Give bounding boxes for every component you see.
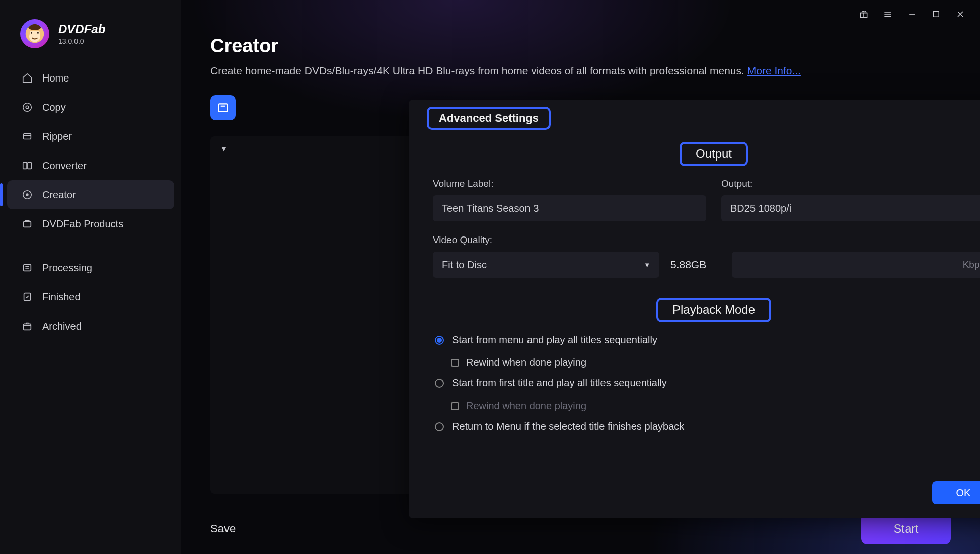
sidebar-item-archived[interactable]: Archived [7, 311, 174, 341]
advanced-settings-modal: Advanced Settings ✕ Output Volume Label:… [409, 100, 980, 518]
page-description-text: Create home-made DVDs/Blu-rays/4K Ultra … [210, 65, 747, 76]
checkbox-icon [451, 359, 459, 367]
sidebar-item-label: Processing [42, 262, 92, 274]
svg-rect-10 [28, 163, 31, 169]
output-value: BD25 1080p/i [730, 203, 791, 214]
svg-rect-19 [218, 104, 227, 111]
volume-label-value: Teen Titans Season 3 [442, 203, 539, 214]
sidebar-item-copy[interactable]: Copy [7, 93, 174, 122]
playback-option-1[interactable]: Start from menu and play all titles sequ… [435, 334, 980, 346]
creator-icon [21, 189, 33, 201]
more-info-link[interactable]: More Info... [747, 65, 801, 76]
products-icon [21, 218, 33, 230]
playback-option-2-rewind-label: Rewind when done playing [466, 400, 586, 412]
caret-down-icon: ▼ [644, 261, 650, 269]
brand-name: DVDFab [58, 22, 105, 36]
mode-button[interactable] [210, 95, 236, 120]
radio-icon [435, 379, 444, 388]
monkey-logo-icon [24, 23, 46, 45]
video-quality-size: 5.88GB [670, 259, 721, 271]
main-area: Creator Create home-made DVDs/Blu-rays/4… [181, 0, 980, 554]
finished-icon [21, 291, 33, 303]
checkbox-icon [451, 402, 459, 410]
sidebar-item-ripper[interactable]: Ripper [7, 122, 174, 151]
mode-icon [216, 101, 230, 114]
output-row: Volume Label: Teen Titans Season 3 Outpu… [433, 178, 980, 221]
ok-button[interactable]: OK [932, 481, 980, 504]
sidebar-item-converter[interactable]: Converter [7, 151, 174, 180]
sidebar-item-label: DVDFab Products [42, 218, 123, 230]
minimize-icon[interactable] [907, 9, 918, 20]
modal-title: Advanced Settings [427, 107, 551, 130]
playback-option-3-label: Return to Menu if the selected title fin… [452, 421, 684, 432]
home-icon [21, 72, 33, 84]
sidebar-item-home[interactable]: Home [7, 63, 174, 93]
brand-version: 13.0.0.0 [58, 37, 105, 45]
sidebar-item-label: Archived [42, 321, 82, 332]
playback-option-2[interactable]: Start from first title and play all titl… [435, 377, 980, 389]
gift-icon[interactable] [858, 9, 869, 20]
copy-disc-icon [21, 101, 33, 113]
volume-label-input[interactable]: Teen Titans Season 3 [433, 195, 706, 221]
page-title: Creator [210, 35, 951, 57]
sidebar-item-label: Finished [42, 291, 81, 303]
sidebar-item-label: Converter [42, 160, 87, 172]
playback-section-header: Playback Mode [433, 298, 980, 322]
svg-rect-14 [24, 265, 31, 271]
converter-icon [21, 160, 33, 172]
brand-block: DVDFab 13.0.0.0 [0, 14, 181, 61]
output-select[interactable]: BD25 1080p/i ▼ [721, 195, 980, 221]
video-quality-label: Video Quality: [433, 234, 980, 246]
sidebar-item-finished[interactable]: Finished [7, 282, 174, 311]
sidebar-item-creator[interactable]: Creator [7, 180, 174, 209]
playback-radio-group: Start from menu and play all titles sequ… [433, 334, 980, 432]
radio-icon [435, 336, 444, 345]
modal-footer: OK [433, 466, 980, 504]
svg-rect-8 [24, 134, 31, 139]
sidebar-item-label: Copy [42, 102, 66, 113]
sidebar-item-label: Home [42, 72, 69, 84]
chevron-down-icon[interactable]: ▼ [220, 145, 228, 153]
nav-divider [27, 246, 154, 246]
output-section: Output Volume Label: Teen Titans Season … [433, 142, 980, 278]
svg-rect-16 [24, 324, 31, 330]
sidebar-item-products[interactable]: DVDFab Products [7, 209, 174, 239]
playback-option-2-rewind: Rewind when done playing [451, 400, 980, 412]
page-description: Create home-made DVDs/Blu-rays/4K Ultra … [210, 65, 951, 77]
output-label: Output: [721, 178, 980, 189]
playback-option-1-rewind-label: Rewind when done playing [466, 357, 586, 368]
video-quality-row: Fit to Disc ▼ 5.88GB Kbps [433, 252, 980, 278]
video-quality-col: Video Quality: Fit to Disc ▼ 5.88GB Kbps [433, 234, 980, 278]
close-window-icon[interactable] [955, 9, 966, 20]
archived-icon [21, 320, 33, 332]
video-quality-value: Fit to Disc [442, 259, 487, 271]
playback-section: Playback Mode Start from menu and play a… [433, 298, 980, 432]
volume-label-label: Volume Label: [433, 178, 706, 189]
svg-point-4 [31, 32, 32, 34]
save-label: Save [210, 522, 236, 535]
sidebar-item-label: Ripper [42, 131, 72, 142]
video-quality-select[interactable]: Fit to Disc ▼ [433, 252, 659, 278]
kbps-input[interactable]: Kbps [732, 252, 980, 278]
maximize-icon[interactable] [931, 9, 942, 20]
kbps-unit: Kbps [963, 259, 980, 270]
output-section-header: Output [433, 142, 980, 166]
playback-section-title: Playback Mode [656, 298, 771, 322]
svg-rect-9 [23, 163, 27, 169]
playback-option-1-label: Start from menu and play all titles sequ… [452, 334, 657, 346]
primary-nav: Home Copy Ripper Converter Creator DVDFa… [0, 61, 181, 343]
radio-icon [435, 422, 444, 431]
svg-point-5 [37, 32, 39, 34]
playback-option-1-rewind[interactable]: Rewind when done playing [451, 357, 980, 368]
menu-icon[interactable] [882, 9, 893, 20]
sidebar-item-processing[interactable]: Processing [7, 253, 174, 282]
sidebar-item-label: Creator [42, 189, 76, 201]
playback-option-2-label: Start from first title and play all titl… [452, 377, 667, 389]
ripper-icon [21, 130, 33, 142]
playback-option-3[interactable]: Return to Menu if the selected title fin… [435, 421, 980, 432]
brand-text: DVDFab 13.0.0.0 [58, 22, 105, 45]
output-section-title: Output [680, 142, 748, 166]
svg-point-12 [26, 194, 28, 196]
sidebar: DVDFab 13.0.0.0 Home Copy Ripper Convert… [0, 0, 181, 554]
svg-point-7 [26, 106, 29, 109]
